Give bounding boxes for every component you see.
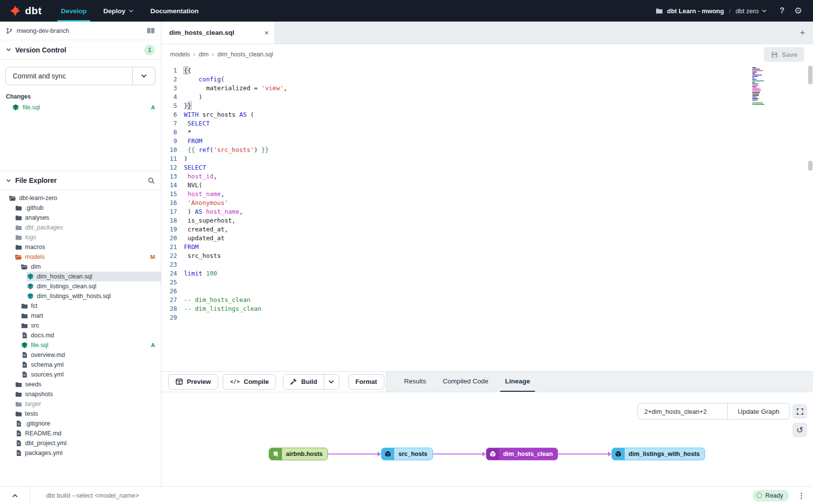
commit-options-dropdown[interactable] bbox=[132, 67, 155, 85]
tree-item-dbt_project.yml[interactable]: dbt_project.yml bbox=[0, 438, 161, 448]
code-line-27[interactable]: 27-- dim_hosts_clean bbox=[161, 296, 813, 304]
version-control-header[interactable]: Version Control 1 bbox=[0, 40, 161, 60]
code-line-5[interactable]: 5}} bbox=[161, 101, 813, 110]
code-line-6[interactable]: 6WITH src_hosts AS ( bbox=[161, 110, 813, 119]
reset-view-button[interactable]: ↺ bbox=[792, 423, 807, 437]
breadcrumb-item-dim_hosts_clean.sql[interactable]: dim_hosts_clean.sql bbox=[217, 51, 273, 58]
code-line-12[interactable]: 12SELECT bbox=[161, 163, 813, 172]
format-button[interactable]: Format bbox=[348, 374, 384, 390]
save-button[interactable]: Save bbox=[764, 47, 804, 62]
dbt-logo[interactable]: dbt bbox=[0, 4, 52, 17]
tree-item-dbt_packages[interactable]: dbt_packages bbox=[0, 223, 161, 232]
nav-item-develop[interactable]: Develop bbox=[52, 0, 95, 22]
tree-item-file.sql[interactable]: file.sqlA bbox=[0, 340, 161, 350]
tree-item-dim_listings_clean.sql[interactable]: dim_listings_clean.sql bbox=[0, 281, 161, 291]
tree-item-.github[interactable]: .github bbox=[0, 203, 161, 213]
new-tab-button[interactable]: + bbox=[800, 27, 805, 38]
code-line-24[interactable]: 24limit 100 bbox=[161, 269, 813, 278]
lineage-selector-input[interactable] bbox=[637, 403, 727, 420]
nav-item-documentation[interactable]: Documentation bbox=[142, 0, 207, 22]
build-options-dropdown[interactable] bbox=[324, 375, 339, 389]
help-icon[interactable]: ? bbox=[780, 6, 785, 15]
lineage-node-dim_hosts_clean[interactable]: dim_hosts_clean bbox=[486, 448, 558, 460]
code-line-28[interactable]: 28-- dim_listings_clean bbox=[161, 304, 813, 313]
lineage-node-src_hosts[interactable]: src_hosts bbox=[381, 448, 432, 460]
code-line-29[interactable]: 29 bbox=[161, 313, 813, 322]
tree-item-packages.yml[interactable]: packages.yml bbox=[0, 448, 161, 458]
code-line-25[interactable]: 25 bbox=[161, 278, 813, 287]
minimap[interactable] bbox=[752, 67, 769, 105]
code-line-3[interactable]: 3 materialized = 'view', bbox=[161, 84, 813, 93]
code-line-10[interactable]: 10 {{ ref('src_hosts') }} bbox=[161, 146, 813, 154]
tree-item-dim_listings_with_hosts.sql[interactable]: dim_listings_with_hosts.sql bbox=[0, 291, 161, 301]
build-button[interactable]: Build bbox=[283, 375, 324, 389]
environment-select[interactable]: dbt zero bbox=[736, 7, 767, 15]
tree-item-schema.yml[interactable]: schema.yml bbox=[0, 360, 161, 370]
tree-item-macros[interactable]: macros bbox=[0, 242, 161, 252]
breadcrumb-item-models[interactable]: models bbox=[170, 51, 190, 58]
fullscreen-button[interactable] bbox=[792, 404, 807, 419]
tree-item-README.md[interactable]: README.md bbox=[0, 428, 161, 438]
tree-item-sources.yml[interactable]: sources.yml bbox=[0, 370, 161, 379]
code-line-4[interactable]: 4 ) bbox=[161, 93, 813, 101]
settings-gear-icon[interactable]: ⚙ bbox=[794, 5, 802, 16]
code-line-18[interactable]: 18 is_superhost, bbox=[161, 216, 813, 225]
code-line-8[interactable]: 8 * bbox=[161, 128, 813, 137]
breadcrumb-item-dim[interactable]: dim bbox=[199, 51, 208, 58]
tree-item-target[interactable]: target bbox=[0, 399, 161, 409]
code-line-17[interactable]: 17 ) AS host_name, bbox=[161, 207, 813, 216]
account-switcher[interactable]: dbt Learn - mwong / dbt zero bbox=[656, 7, 767, 15]
code-line-22[interactable]: 22 src_hosts bbox=[161, 252, 813, 260]
docs-book-icon[interactable] bbox=[147, 27, 155, 34]
tree-item-snapshots[interactable]: snapshots bbox=[0, 389, 161, 399]
code-line-11[interactable]: 11) bbox=[161, 154, 813, 163]
scrollbar-thumb[interactable] bbox=[808, 161, 813, 171]
tree-item-dim_hosts_clean.sql[interactable]: dim_hosts_clean.sql bbox=[0, 272, 161, 281]
scrollbar-thumb[interactable] bbox=[808, 66, 813, 84]
editor-scrollbar[interactable] bbox=[808, 65, 813, 371]
tree-item-mart[interactable]: mart bbox=[0, 311, 161, 321]
tree-item-dim[interactable]: dim bbox=[0, 262, 161, 272]
code-editor[interactable]: 1{{2 config(3 materialized = 'view',4 )5… bbox=[161, 65, 813, 371]
dbt-command-input[interactable] bbox=[30, 487, 753, 504]
tree-item-logs[interactable]: logs bbox=[0, 232, 161, 242]
tree-item-docs.md[interactable]: docs.md bbox=[0, 330, 161, 340]
close-icon[interactable]: × bbox=[264, 28, 269, 37]
kebab-menu-icon[interactable]: ⋮ bbox=[789, 491, 813, 500]
tree-item-seeds[interactable]: seeds bbox=[0, 379, 161, 389]
chevron-up-icon[interactable] bbox=[0, 487, 30, 504]
tree-item-analyses[interactable]: analyses bbox=[0, 213, 161, 223]
code-line-19[interactable]: 19 created_at, bbox=[161, 225, 813, 234]
code-line-20[interactable]: 20 updated_at bbox=[161, 234, 813, 243]
lineage-node-dim_listings_with_hosts[interactable]: dim_listings_with_hosts bbox=[611, 448, 705, 460]
file-explorer-header[interactable]: File Explorer bbox=[0, 171, 161, 190]
code-line-26[interactable]: 26 bbox=[161, 287, 813, 296]
code-line-21[interactable]: 21FROM bbox=[161, 243, 813, 252]
tree-item-dbt-learn-zero[interactable]: dbt-learn-zero bbox=[0, 193, 161, 203]
code-line-2[interactable]: 2 config( bbox=[161, 75, 813, 84]
tree-item-fct[interactable]: fct bbox=[0, 301, 161, 311]
changed-file-file.sql[interactable]: file.sqlA bbox=[0, 102, 161, 113]
tab-dim-hosts-clean[interactable]: dim_hosts_clean.sql × bbox=[161, 22, 275, 44]
preview-button[interactable]: Preview bbox=[168, 374, 218, 390]
code-line-14[interactable]: 14 NVL( bbox=[161, 181, 813, 190]
tree-item-overview.md[interactable]: overview.md bbox=[0, 350, 161, 360]
code-line-1[interactable]: 1{{ bbox=[161, 66, 813, 75]
code-line-15[interactable]: 15 host_name, bbox=[161, 190, 813, 199]
code-line-16[interactable]: 16 'Anonymous' bbox=[161, 199, 813, 207]
update-graph-button[interactable]: Update Graph bbox=[727, 403, 790, 420]
code-line-13[interactable]: 13 host_id, bbox=[161, 172, 813, 181]
tree-item-tests[interactable]: tests bbox=[0, 409, 161, 419]
tree-item-models[interactable]: modelsM bbox=[0, 252, 161, 262]
tree-item-src[interactable]: src bbox=[0, 321, 161, 330]
compile-button[interactable]: </> Compile bbox=[223, 374, 276, 390]
panel-tab-results[interactable]: Results bbox=[399, 372, 431, 392]
code-line-9[interactable]: 9 FROM bbox=[161, 137, 813, 146]
code-line-7[interactable]: 7 SELECT bbox=[161, 119, 813, 128]
code-line-23[interactable]: 23 bbox=[161, 260, 813, 269]
panel-tab-compiled-code[interactable]: Compiled Code bbox=[438, 372, 493, 392]
lineage-node-airbnb.hosts[interactable]: airbnb.hosts bbox=[269, 448, 328, 460]
nav-item-deploy[interactable]: Deploy bbox=[95, 0, 142, 22]
commit-and-sync-button[interactable]: Commit and sync bbox=[5, 67, 155, 85]
panel-tab-lineage[interactable]: Lineage bbox=[500, 372, 535, 392]
